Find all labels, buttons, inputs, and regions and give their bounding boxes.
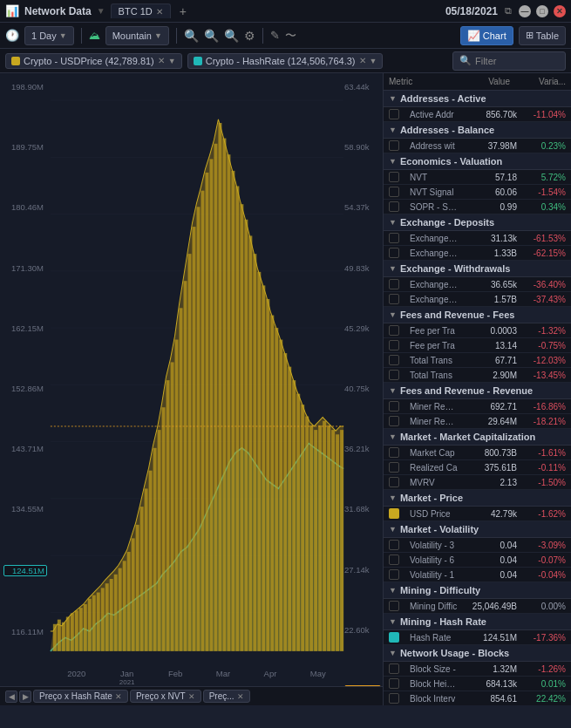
symbol-close-0[interactable]: ✕ (158, 56, 165, 65)
category-fees-revenue-fees[interactable]: ▼Fees and Revenue - Fees (384, 307, 571, 323)
category-addresses-balance[interactable]: ▼Addresses - Balance (384, 122, 571, 139)
metric-checkbox-market-cap-1[interactable] (389, 462, 399, 473)
metric-checkbox-exchange-deposits-1[interactable] (389, 248, 399, 258)
symbol-close-1[interactable]: ✕ (359, 56, 366, 65)
metric-row-market-volatility-0[interactable]: Volatility - 3 0.04 -3.09% (384, 538, 571, 553)
bottom-tab-close-1[interactable]: ✕ (188, 692, 195, 701)
metric-row-fees-revenue-fees-1[interactable]: Fee per Tra 13.14 -0.75% (384, 338, 571, 353)
zoom-fit-icon[interactable]: 🔍 (224, 29, 239, 43)
metric-row-mining-difficulty-0[interactable]: Mining Diffic 25,046.49B 0.00% (384, 599, 571, 614)
metric-row-exchange-deposits-0[interactable]: Exchanges I 31.13k -61.53% (384, 231, 571, 246)
metric-checkbox-network-blocks-2[interactable] (389, 693, 399, 704)
tab-close-icon[interactable]: ✕ (156, 7, 163, 17)
metric-checkbox-market-cap-0[interactable] (389, 447, 399, 458)
metric-row-mining-hashrate-0[interactable]: Hash Rate 124.51M -17.36% (384, 630, 571, 645)
category-network-blocks[interactable]: ▼Network Usage - Blocks (384, 645, 571, 662)
metric-checkbox-market-volatility-1[interactable] (389, 555, 399, 565)
bottom-tab-0[interactable]: Preço x Hash Rate ✕ (33, 690, 128, 703)
metric-checkbox-mining-difficulty-0[interactable] (389, 601, 399, 611)
metric-checkbox-fees-revenue-fees-3[interactable] (389, 370, 399, 380)
metric-row-fees-revenue-fees-0[interactable]: Fee per Tra 0.0003 -1.32% (384, 323, 571, 338)
metric-row-market-cap-2[interactable]: MVRV 2.13 -1.50% (384, 475, 571, 490)
metric-checkbox-market-cap-2[interactable] (389, 477, 399, 487)
metric-row-fees-revenue-revenue-1[interactable]: Miner Reven 29.64M -18.21% (384, 414, 571, 429)
category-market-volatility[interactable]: ▼Market - Volatility (384, 521, 571, 538)
metric-checkbox-fees-revenue-revenue-1[interactable] (389, 416, 399, 426)
metric-row-network-blocks-1[interactable]: Block Height 684.13k 0.01% (384, 677, 571, 691)
metric-checkbox-economics-valuation-1[interactable] (389, 187, 399, 197)
period-selector[interactable]: 1 Day ▼ (24, 26, 74, 45)
metric-row-market-price-0[interactable]: USD Price 42.79k -1.62% (384, 507, 571, 521)
bottom-tab-2[interactable]: Preç... ✕ (203, 690, 250, 703)
metric-checkbox-network-blocks-1[interactable] (389, 678, 399, 689)
category-exchange-deposits[interactable]: ▼Exchange - Deposits (384, 214, 571, 231)
category-market-price[interactable]: ▼Market - Price (384, 490, 571, 507)
metric-checkbox-network-blocks-0[interactable] (389, 663, 399, 674)
active-tab[interactable]: BTC 1D ✕ (111, 3, 171, 18)
table-mode-button[interactable]: ⊞ Table (519, 26, 566, 45)
settings-icon[interactable]: ⚙ (244, 29, 255, 43)
metric-row-exchange-withdrawals-1[interactable]: Exchanges I 1.57B -37.43% (384, 292, 571, 307)
metric-value-exchange-withdrawals-1: 1.57B (458, 295, 520, 304)
metric-row-economics-valuation-0[interactable]: NVT 57.18 5.72% (384, 170, 571, 185)
filter-box[interactable]: 🔍 Filter (452, 51, 566, 71)
metric-row-market-cap-0[interactable]: Market Cap 800.73B -1.61% (384, 446, 571, 460)
metric-checkbox-exchange-deposits-0[interactable] (389, 233, 399, 243)
bottom-tab-label-0: Preço x Hash Rate (39, 691, 112, 701)
zoom-in-icon[interactable]: 🔍 (184, 29, 199, 43)
symbol-chip-1[interactable]: Crypto - HashRate (124,506,764.3) ✕ ▼ (187, 53, 384, 69)
bottom-tab-close-0[interactable]: ✕ (115, 692, 122, 701)
metric-checkbox-market-volatility-0[interactable] (389, 540, 399, 550)
chart-type-selector[interactable]: Mountain ▼ (105, 26, 169, 45)
zoom-out-icon[interactable]: 🔍 (204, 29, 219, 43)
line-icon[interactable]: 〜 (285, 28, 296, 44)
metric-row-exchange-withdrawals-0[interactable]: Exchanges I 36.65k -36.40% (384, 277, 571, 292)
bottom-tab-close-2[interactable]: ✕ (237, 692, 244, 701)
metric-checkbox-economics-valuation-2[interactable] (389, 201, 399, 212)
symbol-dropdown-1[interactable]: ▼ (370, 57, 377, 65)
metric-checkbox-market-volatility-2[interactable] (389, 569, 399, 580)
metric-row-network-blocks-2[interactable]: Block Interv 854.61 22.42% (384, 691, 571, 705)
metric-row-addresses-balance-0[interactable]: Address wit 37.98M 0.23% (384, 139, 571, 153)
minimize-button[interactable]: — (519, 5, 531, 17)
metric-row-fees-revenue-fees-3[interactable]: Total Trans 2.90M -13.45% (384, 368, 571, 383)
metric-row-exchange-deposits-1[interactable]: Exchanges I 1.33B -62.15% (384, 246, 571, 261)
metric-checkbox-exchange-withdrawals-1[interactable] (389, 294, 399, 304)
metric-checkbox-fees-revenue-revenue-0[interactable] (389, 401, 399, 412)
metric-row-addresses-active-0[interactable]: Active Addr 856.70k -11.04% (384, 107, 571, 122)
metric-row-economics-valuation-1[interactable]: NVT Signal 60.06 -1.54% (384, 185, 571, 200)
chart-mode-button[interactable]: 📈 Chart (460, 26, 513, 45)
category-exchange-withdrawals[interactable]: ▼Exchange - Withdrawals (384, 261, 571, 277)
bottom-tab-1[interactable]: Preço x NVT ✕ (130, 690, 201, 703)
metric-checkbox-addresses-balance-0[interactable] (389, 140, 399, 151)
metric-row-fees-revenue-revenue-0[interactable]: Miner Reven 692.71 -16.86% (384, 399, 571, 414)
category-mining-hashrate[interactable]: ▼Mining - Hash Rate (384, 614, 571, 630)
crosshair-icon[interactable]: ✎ (270, 29, 280, 42)
category-market-cap[interactable]: ▼Market - Market Capitalization (384, 429, 571, 446)
add-tab-icon[interactable]: + (176, 4, 190, 18)
metric-checkbox-fees-revenue-fees-2[interactable] (389, 355, 399, 365)
metric-row-market-cap-1[interactable]: Realized Ca 375.61B -0.11% (384, 460, 571, 475)
metric-row-market-volatility-1[interactable]: Volatility - 6 0.04 -0.07% (384, 553, 571, 568)
category-mining-difficulty[interactable]: ▼Mining - Difficulty (384, 582, 571, 599)
metric-row-network-blocks-0[interactable]: Block Size - 1.32M -1.26% (384, 662, 571, 677)
metric-row-economics-valuation-2[interactable]: SOPR - Spe 0.99 0.34% (384, 200, 571, 214)
metric-row-fees-revenue-fees-2[interactable]: Total Trans 67.71 -12.03% (384, 353, 571, 368)
metric-checkbox-fees-revenue-fees-1[interactable] (389, 340, 399, 350)
metric-checkbox-exchange-withdrawals-0[interactable] (389, 279, 399, 289)
category-economics-valuation[interactable]: ▼Economics - Valuation (384, 153, 571, 170)
metric-row-market-volatility-2[interactable]: Volatility - 1 0.04 -0.04% (384, 568, 571, 582)
symbol-chip-0[interactable]: Crypto - USDPrice (42,789.81) ✕ ▼ (5, 53, 182, 69)
close-button[interactable]: ✕ (554, 5, 566, 17)
metric-checkbox-economics-valuation-0[interactable] (389, 172, 399, 182)
maximize-button[interactable]: □ (536, 5, 548, 17)
metric-checkbox-fees-revenue-fees-0[interactable] (389, 325, 399, 336)
category-fees-revenue-revenue[interactable]: ▼Fees and Revenue - Revenue (384, 383, 571, 399)
nav-left[interactable]: ◀ (5, 691, 17, 703)
metric-checkbox-addresses-active-0[interactable] (389, 109, 399, 119)
chart-area[interactable]: 198.90M 189.75M 180.46M 171.30M 162.15M … (0, 73, 384, 705)
nav-right[interactable]: ▶ (19, 691, 31, 703)
category-addresses-active[interactable]: ▼Addresses - Active (384, 91, 571, 107)
symbol-dropdown-0[interactable]: ▼ (168, 57, 176, 65)
tab-label: BTC 1D (119, 6, 153, 17)
